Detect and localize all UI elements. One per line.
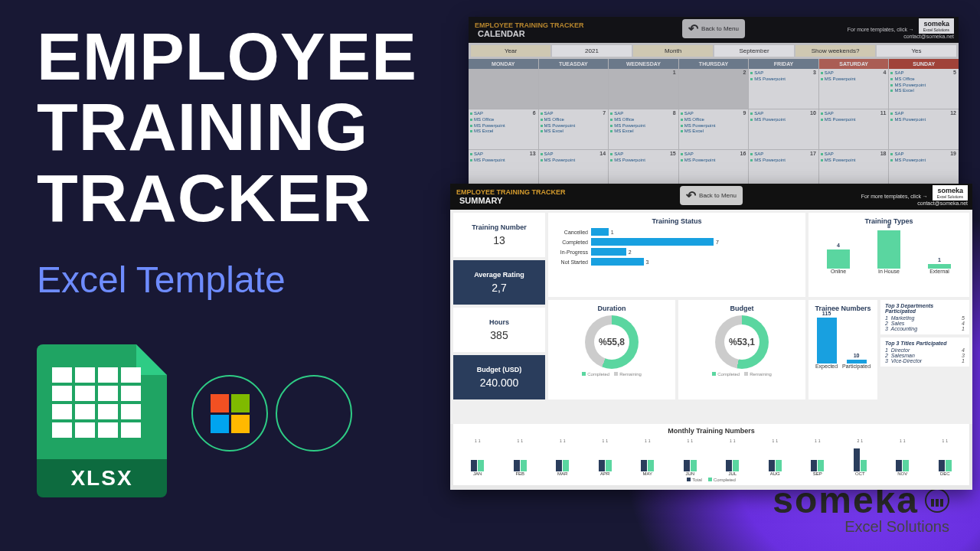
apple-icon (276, 375, 352, 452)
training-status-chart: Training Status Cancelled1Completed7In-P… (548, 213, 805, 297)
dow-header: MONDAY (469, 59, 538, 69)
calendar-controls: Year 2021 Month September Show weekends?… (469, 43, 959, 59)
status-bar: In-Progress2 (553, 248, 801, 256)
calendar-cell[interactable]: 7SAPMS OfficeMS PowerpointMS Excel (539, 109, 609, 149)
monthly-col: 11APR (599, 439, 612, 476)
someka-tag-2: somekaExcel Solutions (933, 185, 968, 201)
weekends-label: Show weekends? (795, 45, 875, 57)
xlsx-label: XLSX (37, 459, 167, 497)
type-bar: 4Online (827, 243, 850, 274)
brand-bars-icon (925, 488, 949, 513)
duration-donut: Duration %55,8 CompletedRemaining (548, 300, 675, 399)
day-of-week-row: MONDAYTUEASDAYWEDNESDAYTHURSDAYFRIDAYSAT… (469, 59, 959, 69)
status-bar: Not Started3 (553, 258, 801, 266)
calendar-cell[interactable]: 8SAPMS OfficeMS PowerpointMS Excel (609, 109, 678, 149)
month-value[interactable]: September (714, 45, 794, 57)
calendar-cell[interactable]: 2 (679, 69, 749, 109)
monthly-col: 11FEB (514, 439, 527, 476)
summary-header: EMPLOYEE TRAINING TRACKER SUMMARY ↶Back … (450, 184, 972, 210)
trainee-numbers-chart: Trainee Numbers 115Expected10Participate… (808, 300, 877, 399)
back-arrow-icon-2: ↶ (686, 188, 696, 203)
section-title-calendar: CALENDAR (478, 29, 584, 38)
calendar-grid: 123SAPMS Powerpoint4SAPMS Powerpoint5SAP… (469, 69, 959, 190)
hero-title: EMPLOYEE TRAINING TRACKER (37, 21, 417, 233)
weekends-value[interactable]: Yes (877, 45, 956, 57)
product-title-2: EMPLOYEE TRAINING TRACKER (456, 188, 566, 196)
windows-icon (191, 375, 268, 452)
monthly-col: 11JUL (726, 439, 739, 476)
kpi-avg-rating: Average Rating2,7 (453, 260, 545, 305)
calendar-cell[interactable]: 9SAPMS OfficeMS PowerpointMS Excel (679, 109, 749, 149)
month-label: Month (633, 45, 713, 57)
dow-header: WEDNESDAY (609, 59, 678, 69)
calendar-cell[interactable] (539, 69, 609, 109)
type-bar: 1External (928, 257, 951, 274)
title-line-2: TRAINING (37, 92, 417, 162)
calendar-cell[interactable]: 1 (609, 69, 678, 109)
training-types-chart: Training Types 4Online8In House1External (808, 213, 969, 297)
back-arrow-icon: ↶ (688, 21, 698, 36)
top-lists: Top 3 Departments Participated 1 Marketi… (880, 300, 969, 399)
monthly-col: 11JUN (684, 439, 697, 476)
more-templates-link-2[interactable]: For more templates, click → (861, 194, 928, 199)
calendar-cell[interactable]: 6SAPMS OfficeMS PowerpointMS Excel (469, 109, 538, 149)
calendar-header: EMPLOYEE TRAINING TRACKER CALENDAR ↶Back… (469, 17, 959, 43)
contact-email: contact@someka.net (848, 34, 954, 39)
monthly-col: 11DEC (939, 439, 952, 476)
monthly-col: 11SEP (811, 439, 824, 476)
title-line-3: TRACKER (37, 163, 417, 233)
calendar-cell[interactable]: 3SAPMS Powerpoint (749, 69, 818, 109)
monthly-col: 11NOV (896, 439, 909, 476)
calendar-cell[interactable]: 10SAPMS Powerpoint (749, 109, 818, 149)
someka-tag: somekaExcel Solutions (919, 18, 954, 34)
top-titles: Top 3 Titles Participated 1 Director42 S… (880, 337, 969, 367)
summary-screenshot: EMPLOYEE TRAINING TRACKER SUMMARY ↶Back … (450, 184, 972, 490)
kpi-hours: Hours385 (453, 308, 545, 352)
xlsx-file-icon: XLSX (37, 344, 167, 497)
year-label: Year (471, 45, 550, 57)
monthly-col: 21OCT (854, 439, 867, 476)
top-list-row: 2 Salesman3 (885, 353, 965, 358)
top-departments: Top 3 Departments Participated 1 Marketi… (880, 300, 969, 334)
kpi-training-number: Training Number13 (453, 213, 545, 257)
calendar-cell[interactable]: 4SAPMS Powerpoint (819, 69, 889, 109)
back-to-menu-button-2[interactable]: ↶Back to Menu (680, 186, 743, 205)
type-bar: 8In House (877, 223, 900, 274)
top-list-row: 3 Accounting1 (885, 326, 965, 331)
title-line-1: EMPLOYEE (37, 21, 417, 92)
top-list-row: 1 Director4 (885, 347, 965, 353)
monthly-chart: Monthly Training Numbers 11JAN11FEB11MAR… (453, 424, 969, 485)
trainee-bar: 10Participated (842, 353, 871, 369)
trainee-bar: 115Expected (815, 311, 838, 369)
monthly-col: 11MAY (641, 439, 654, 476)
hero-subtitle: Excel Template (37, 259, 286, 301)
kpi-column: Training Number13 Average Rating2,7 Hour… (453, 213, 545, 399)
product-title: EMPLOYEE TRAINING TRACKER (475, 21, 584, 29)
monthly-col: 11AUG (769, 439, 782, 476)
more-templates-link[interactable]: For more templates, click → (848, 27, 914, 32)
budget-donut: Budget %53,1 CompletedRemaining (678, 300, 805, 399)
contact-email-2: contact@someka.net (861, 201, 968, 206)
year-value[interactable]: 2021 (552, 45, 632, 57)
dow-header: TUEASDAY (539, 59, 609, 69)
monthly-col: 11MAR (556, 439, 569, 476)
kpi-budget: Budget (USD)240.000 (453, 355, 545, 399)
calendar-cell[interactable]: 11SAPMS Powerpoint (819, 109, 889, 149)
status-bar: Completed7 (553, 238, 801, 246)
section-title-summary: SUMMARY (459, 196, 566, 205)
top-list-row: 3 Vice-Director1 (885, 358, 965, 364)
status-bar: Cancelled1 (553, 228, 801, 236)
dow-header: SATURDAY (819, 59, 889, 69)
calendar-cell[interactable]: 12SAPMS Powerpoint (889, 109, 959, 149)
dow-header: FRIDAY (749, 59, 818, 69)
top-list-row: 1 Marketing5 (885, 315, 965, 321)
calendar-screenshot: EMPLOYEE TRAINING TRACKER CALENDAR ↶Back… (469, 17, 959, 208)
monthly-col: 11JAN (471, 439, 484, 476)
dow-header: SUNDAY (889, 59, 959, 69)
calendar-cell[interactable]: 5SAPMS OfficeMS PowerpointMS Excel (889, 69, 959, 109)
top-list-row: 2 Sales4 (885, 321, 965, 326)
calendar-cell[interactable] (469, 69, 538, 109)
dow-header: THURSDAY (679, 59, 749, 69)
back-to-menu-button[interactable]: ↶Back to Menu (682, 19, 745, 38)
